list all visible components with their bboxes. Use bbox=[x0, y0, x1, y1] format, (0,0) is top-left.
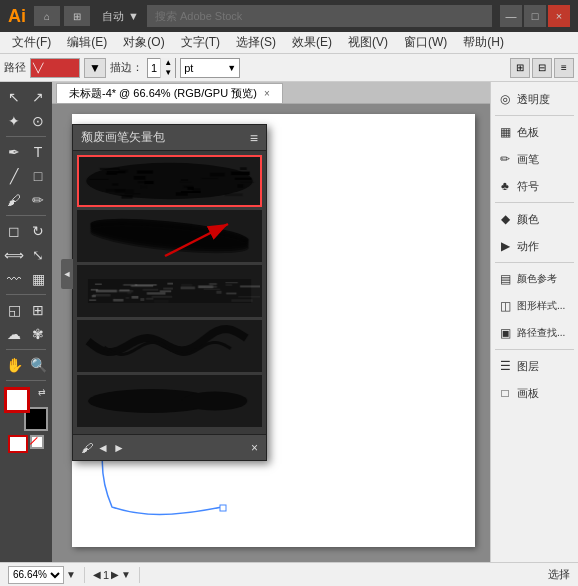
stroke-down-btn[interactable]: ▼ bbox=[161, 68, 175, 78]
menu-help[interactable]: 帮助(H) bbox=[455, 32, 512, 53]
zoom-tool[interactable]: 🔍 bbox=[27, 354, 49, 376]
next-nav-btn[interactable]: ► bbox=[113, 441, 125, 455]
tab-label: 未标题-4* @ 66.64% (RGB/GPU 预览) bbox=[69, 87, 257, 99]
status-sep1 bbox=[84, 567, 85, 583]
separator-r3 bbox=[495, 262, 574, 263]
document-tab[interactable]: 未标题-4* @ 66.64% (RGB/GPU 预览) × bbox=[56, 83, 283, 103]
transform-button[interactable]: ⊟ bbox=[532, 58, 552, 78]
brush-item-3[interactable] bbox=[77, 265, 262, 317]
eraser-tools: ◻ ↻ bbox=[3, 220, 49, 242]
brush-library-icon[interactable]: 🖌 bbox=[81, 441, 93, 455]
brush-panel-menu-icon[interactable]: ≡ bbox=[250, 130, 258, 146]
align-button[interactable]: ⊞ bbox=[510, 58, 530, 78]
home-button[interactable]: ⌂ bbox=[34, 6, 60, 26]
zoom-control[interactable]: 66.64% ▼ bbox=[8, 566, 76, 584]
brush-item-4[interactable] bbox=[77, 320, 262, 372]
type-tool[interactable]: T bbox=[27, 141, 49, 163]
search-input[interactable] bbox=[147, 5, 492, 27]
rect-tool[interactable]: □ bbox=[27, 165, 49, 187]
stroke-arrow-btn[interactable]: ▼ bbox=[84, 58, 106, 78]
pen-tool[interactable]: ✒ bbox=[3, 141, 25, 163]
menu-effect[interactable]: 效果(E) bbox=[284, 32, 340, 53]
symbol-tool[interactable]: ✾ bbox=[27, 323, 49, 345]
zoom-select[interactable]: 66.64% bbox=[8, 566, 64, 584]
maximize-button[interactable]: □ bbox=[524, 5, 546, 27]
mirror-tool[interactable]: ⟺ bbox=[3, 244, 25, 266]
graphicstyle-icon: ◫ bbox=[497, 298, 513, 314]
stroke-box[interactable] bbox=[8, 435, 28, 453]
warp-tools: 〰 ▦ bbox=[3, 268, 49, 290]
menu-text[interactable]: 文字(T) bbox=[173, 32, 228, 53]
action-icon: ▶ bbox=[497, 238, 513, 254]
zoom-down-btn[interactable]: ▼ bbox=[66, 569, 76, 580]
minimize-button[interactable]: — bbox=[500, 5, 522, 27]
page-down-btn[interactable]: ▼ bbox=[121, 569, 131, 580]
brush-item-1[interactable] bbox=[77, 155, 262, 207]
panel-collapse-btn[interactable]: ◄ bbox=[61, 259, 73, 289]
panel-item-symbol[interactable]: ♣ 符号 bbox=[491, 173, 578, 199]
page-right-btn[interactable]: ▶ bbox=[111, 569, 119, 580]
canvas[interactable]: ◄ 颓废画笔矢量包 ≡ bbox=[52, 104, 490, 562]
lasso-tool[interactable]: ⊙ bbox=[27, 110, 49, 132]
tab-close-btn[interactable]: × bbox=[264, 88, 270, 99]
brush-item-5[interactable] bbox=[77, 375, 262, 427]
panel-label-artboard: 画板 bbox=[517, 386, 539, 401]
panel-item-swatches[interactable]: ▦ 色板 bbox=[491, 119, 578, 145]
eraser-tool[interactable]: ◻ bbox=[3, 220, 25, 242]
brush-panel-header: 颓废画笔矢量包 ≡ bbox=[73, 125, 266, 151]
panel-toggle-button[interactable]: ≡ bbox=[554, 58, 574, 78]
panel-label-transparency: 透明度 bbox=[517, 92, 550, 107]
panel-item-brush[interactable]: ✏ 画笔 bbox=[491, 146, 578, 172]
magic-wand-tool[interactable]: ✦ bbox=[3, 110, 25, 132]
menu-edit[interactable]: 编辑(E) bbox=[59, 32, 115, 53]
pencil-tool[interactable]: ✏ bbox=[27, 189, 49, 211]
hand-tool[interactable]: ✋ bbox=[3, 354, 25, 376]
line-tools: ╱ □ bbox=[3, 165, 49, 187]
separator-2 bbox=[6, 215, 46, 216]
close-button[interactable]: × bbox=[548, 5, 570, 27]
panel-item-color[interactable]: ◆ 颜色 bbox=[491, 206, 578, 232]
paintbrush-tool[interactable]: 🖌 bbox=[3, 189, 25, 211]
grid-button[interactable]: ⊞ bbox=[64, 6, 90, 26]
panel-item-layers[interactable]: ☰ 图层 bbox=[491, 353, 578, 379]
menu-select[interactable]: 选择(S) bbox=[228, 32, 284, 53]
blend-tool[interactable]: ☁ bbox=[3, 323, 25, 345]
panel-item-action[interactable]: ▶ 动作 bbox=[491, 233, 578, 259]
separator-4 bbox=[6, 349, 46, 350]
rotate-tool[interactable]: ↻ bbox=[27, 220, 49, 242]
scale-tool[interactable]: ⤡ bbox=[27, 244, 49, 266]
warp-tool[interactable]: 〰 bbox=[3, 268, 25, 290]
auto-label: 自动 bbox=[102, 9, 124, 24]
prev-nav-btn[interactable]: ◄ bbox=[97, 441, 109, 455]
menu-view[interactable]: 视图(V) bbox=[340, 32, 396, 53]
separator-3 bbox=[6, 294, 46, 295]
hand-tools: ✋ 🔍 bbox=[3, 354, 49, 376]
stroke-unit-select[interactable]: pt ▼ bbox=[180, 58, 240, 78]
menu-object[interactable]: 对象(O) bbox=[115, 32, 172, 53]
panel-label-color: 颜色 bbox=[517, 212, 539, 227]
stroke-swatch[interactable]: ╲╱ bbox=[30, 58, 80, 78]
color-icon: ◆ bbox=[497, 211, 513, 227]
panel-item-artboard[interactable]: □ 画板 bbox=[491, 380, 578, 406]
panel-item-transparency[interactable]: ◎ 透明度 bbox=[491, 86, 578, 112]
none-box[interactable] bbox=[30, 435, 44, 449]
page-left-btn[interactable]: ◀ bbox=[93, 569, 101, 580]
brush-panel-close-btn[interactable]: × bbox=[251, 441, 258, 455]
magic-tools: ✦ ⊙ bbox=[3, 110, 49, 132]
mesh-tool[interactable]: ⊞ bbox=[27, 299, 49, 321]
select-tool[interactable]: ↖ bbox=[3, 86, 25, 108]
panel-item-pathfinder[interactable]: ▣ 路径查找... bbox=[491, 320, 578, 346]
menu-window[interactable]: 窗口(W) bbox=[396, 32, 455, 53]
graph-tool[interactable]: ▦ bbox=[27, 268, 49, 290]
menu-file[interactable]: 文件(F) bbox=[4, 32, 59, 53]
panel-item-colorguide[interactable]: ▤ 颜色参考 bbox=[491, 266, 578, 292]
panel-label-symbol: 符号 bbox=[517, 179, 539, 194]
title-bar: Ai ⌂ ⊞ 自动 ▼ — □ × bbox=[0, 0, 578, 32]
stroke-up-btn[interactable]: ▲ bbox=[161, 58, 175, 68]
direct-select-tool[interactable]: ↗ bbox=[27, 86, 49, 108]
swap-colors-icon[interactable]: ⇄ bbox=[38, 387, 46, 397]
gradient-tool[interactable]: ◱ bbox=[3, 299, 25, 321]
line-tool[interactable]: ╱ bbox=[3, 165, 25, 187]
panel-item-graphicstyle[interactable]: ◫ 图形样式... bbox=[491, 293, 578, 319]
fg-color-swatch[interactable] bbox=[4, 387, 30, 413]
